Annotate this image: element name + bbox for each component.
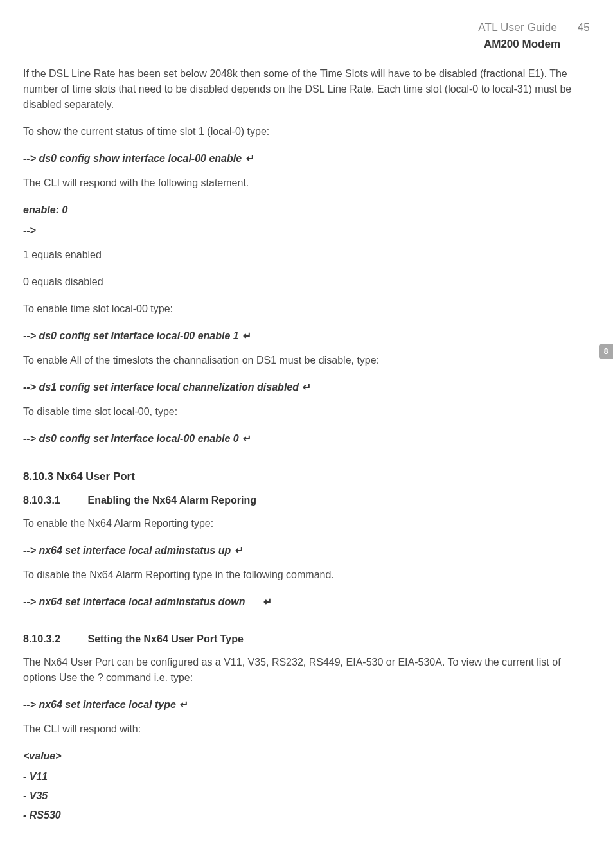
- command-set-enable-1: --> ds0 config set interface local-00 en…: [23, 328, 590, 344]
- enter-icon: ↵: [263, 596, 272, 607]
- command-text: --> ds0 config set interface local-00 en…: [23, 433, 239, 444]
- enter-icon: ↵: [180, 699, 188, 710]
- paragraph-cli-respond-2: The CLI will respond with:: [23, 722, 590, 737]
- paragraph-disable-alarm: To disable the Nx64 Alarm Reporting type…: [23, 567, 590, 583]
- paragraph-enable-alarm: To enable the Nx64 Alarm Reporting type:: [23, 516, 590, 531]
- heading-setting-port-type: 8.10.3.2 Setting the Nx64 User Port Type: [23, 632, 590, 647]
- enter-icon: ↵: [243, 433, 251, 444]
- heading-title: Enabling the Nx64 Alarm Reporing: [87, 495, 256, 506]
- command-set-enable-0: --> ds0 config set interface local-00 en…: [23, 431, 590, 447]
- value-option-v35: - V35: [23, 788, 590, 804]
- header-guide-title: ATL User Guide: [478, 21, 557, 33]
- command-show-enable: --> ds0 config show interface local-00 e…: [23, 151, 590, 166]
- heading-enabling-alarm: 8.10.3.1 Enabling the Nx64 Alarm Reporin…: [23, 493, 590, 508]
- cli-prompt: -->: [23, 223, 590, 238]
- command-text: --> ds1 config set interface local chann…: [23, 382, 299, 393]
- paragraph-enable-all: To enable All of the timeslots the chann…: [23, 353, 590, 368]
- value-option-v11: - V11: [23, 769, 590, 784]
- document-page: ATL User Guide 45 AM200 Modem If the DSL…: [0, 0, 613, 868]
- value-label: <value>: [23, 748, 590, 764]
- response-enable-0: enable: 0: [23, 202, 590, 218]
- paragraph-0-disabled: 0 equals disabled: [23, 274, 590, 290]
- command-adminstatus-down: --> nx64 set interface local adminstatus…: [23, 594, 590, 610]
- paragraph-disable-slot: To disable time slot local-00, type:: [23, 404, 590, 420]
- paragraph-show-status: To show the current status of time slot …: [23, 124, 590, 139]
- header-guide-line: ATL User Guide 45: [23, 19, 590, 36]
- command-text: --> ds0 config set interface local-00 en…: [23, 330, 239, 341]
- paragraph-port-config: The Nx64 User Port can be configured as …: [23, 655, 590, 686]
- header-product-name: AM200 Modem: [23, 36, 560, 53]
- paragraph-intro: If the DSL Line Rate has been set below …: [23, 66, 590, 112]
- heading-nx64-user-port: 8.10.3 Nx64 User Port: [23, 468, 590, 485]
- heading-title: Setting the Nx64 User Port Type: [87, 633, 243, 644]
- command-text: --> nx64 set interface local adminstatus…: [23, 596, 245, 607]
- header-page-number: 45: [560, 19, 590, 36]
- enter-icon: ↵: [246, 153, 254, 164]
- command-text: --> ds0 config show interface local-00 e…: [23, 153, 242, 164]
- command-local-type: --> nx64 set interface local type ↵: [23, 697, 590, 713]
- enter-icon: ↵: [235, 545, 244, 556]
- heading-number: 8.10.3.1: [23, 493, 85, 508]
- paragraph-enable-slot: To enable time slot local-00 type:: [23, 301, 590, 317]
- paragraph-cli-respond: The CLI will respond with the following …: [23, 175, 590, 191]
- command-channelization-disabled: --> ds1 config set interface local chann…: [23, 380, 590, 395]
- heading-number: 8.10.3.2: [23, 632, 85, 647]
- command-text: --> nx64 set interface local adminstatus…: [23, 545, 231, 556]
- enter-icon: ↵: [303, 382, 311, 393]
- paragraph-1-enabled: 1 equals enabled: [23, 247, 590, 263]
- command-adminstatus-up: --> nx64 set interface local adminstatus…: [23, 543, 590, 558]
- enter-icon: ↵: [243, 330, 251, 341]
- section-tab: 8: [599, 344, 613, 359]
- value-option-rs530: - RS530: [23, 808, 590, 823]
- page-header: ATL User Guide 45 AM200 Modem: [23, 19, 590, 52]
- value-list: - V11 - V35 - RS530: [23, 769, 590, 823]
- command-text: --> nx64 set interface local type: [23, 699, 176, 710]
